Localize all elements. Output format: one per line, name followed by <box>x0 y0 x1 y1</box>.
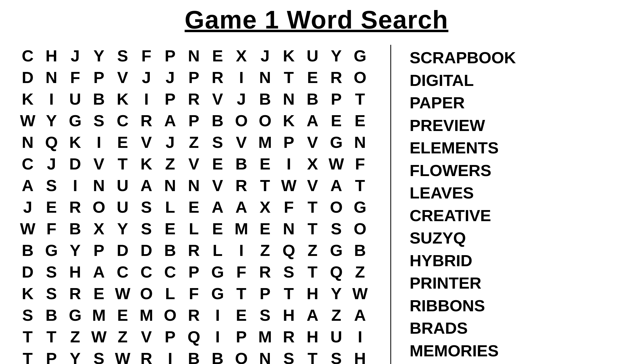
grid-cell: V <box>206 174 229 196</box>
grid-cell: X <box>87 218 111 239</box>
grid-cell: Z <box>182 131 206 153</box>
grid-cell: D <box>16 261 40 283</box>
grid-cell: A <box>135 174 158 196</box>
grid-cell: K <box>135 153 158 174</box>
word-item: RIBBONS <box>410 295 617 316</box>
grid-cell: U <box>111 196 135 218</box>
grid-cell: E <box>111 304 135 326</box>
grid-cell: J <box>253 45 277 66</box>
grid-cell: S <box>40 174 63 196</box>
grid-cell: W <box>277 174 301 196</box>
grid-cell: X <box>229 45 253 66</box>
grid-cell: D <box>16 66 40 88</box>
grid-cell: S <box>135 196 158 218</box>
grid-cell: C <box>111 110 135 131</box>
grid-cell: R <box>253 261 277 283</box>
grid-cell: K <box>277 110 301 131</box>
grid-cell: P <box>158 326 182 347</box>
grid-cell: W <box>111 283 135 304</box>
grid-cell: B <box>348 239 372 261</box>
grid-cell: O <box>87 196 111 218</box>
grid-cell: P <box>182 261 206 283</box>
grid-cell: B <box>63 218 87 239</box>
grid-cell: T <box>348 174 372 196</box>
grid-cell: K <box>16 283 40 304</box>
grid-cell: F <box>40 218 63 239</box>
word-search-grid: CHJYSFPNEXJKUYGDNFPVJJPRINTEROKIUBKIPRVJ… <box>16 45 382 364</box>
grid-cell: G <box>63 304 87 326</box>
grid-cell: K <box>16 88 40 110</box>
grid-cell: Q <box>40 131 63 153</box>
grid-cell: N <box>277 218 301 239</box>
grid-cell: O <box>324 196 348 218</box>
grid-cell: T <box>111 153 135 174</box>
grid-cell: Y <box>87 45 111 66</box>
grid-cell: D <box>135 239 158 261</box>
grid-cell: I <box>135 88 158 110</box>
grid-cell: L <box>158 283 182 304</box>
grid-cell: F <box>348 153 372 174</box>
grid-cell: W <box>87 326 111 347</box>
grid-cell: N <box>277 88 301 110</box>
word-item: BRADS <box>410 318 617 338</box>
grid-cell: S <box>40 283 63 304</box>
grid-cell: Y <box>324 45 348 66</box>
grid-cell: B <box>253 88 277 110</box>
grid-cell: P <box>229 326 253 347</box>
grid-cell: A <box>87 261 111 283</box>
grid-cell: S <box>206 131 229 153</box>
grid-cell: I <box>158 347 182 364</box>
grid-cell: A <box>301 110 324 131</box>
grid-cell: P <box>40 347 63 364</box>
grid-cell: T <box>301 347 324 364</box>
grid-cell: F <box>63 66 87 88</box>
grid-cell: T <box>301 261 324 283</box>
word-item: ELEMENTS <box>410 138 617 158</box>
grid-cell: N <box>182 45 206 66</box>
grid-cell: M <box>253 326 277 347</box>
grid-cell: H <box>301 326 324 347</box>
grid-cell: Y <box>111 218 135 239</box>
grid-cell: S <box>277 347 301 364</box>
grid-table: CHJYSFPNEXJKUYGDNFPVJJPRINTEROKIUBKIPRVJ… <box>16 45 372 364</box>
grid-cell: Z <box>301 239 324 261</box>
grid-cell: P <box>182 110 206 131</box>
grid-cell: V <box>111 66 135 88</box>
grid-cell: W <box>16 110 40 131</box>
grid-cell: P <box>158 88 182 110</box>
grid-cell: Q <box>324 261 348 283</box>
grid-cell: E <box>229 304 253 326</box>
grid-cell: J <box>158 131 182 153</box>
grid-cell: W <box>348 283 372 304</box>
grid-cell: P <box>87 239 111 261</box>
grid-cell: E <box>182 196 206 218</box>
grid-cell: E <box>301 66 324 88</box>
grid-cell: V <box>301 131 324 153</box>
grid-cell: N <box>158 174 182 196</box>
grid-cell: U <box>301 45 324 66</box>
grid-cell: B <box>301 88 324 110</box>
grid-cell: T <box>16 326 40 347</box>
grid-cell: O <box>158 304 182 326</box>
grid-cell: N <box>182 174 206 196</box>
grid-cell: R <box>135 110 158 131</box>
grid-cell: M <box>87 304 111 326</box>
grid-cell: Q <box>182 326 206 347</box>
grid-cell: J <box>158 66 182 88</box>
grid-cell: V <box>301 174 324 196</box>
grid-cell: K <box>63 131 87 153</box>
grid-cell: U <box>63 88 87 110</box>
grid-cell: W <box>111 347 135 364</box>
grid-cell: Z <box>324 304 348 326</box>
grid-cell: T <box>301 218 324 239</box>
grid-cell: O <box>348 218 372 239</box>
word-item: FLOWERS <box>410 160 617 181</box>
grid-cell: R <box>135 347 158 364</box>
grid-cell: I <box>277 153 301 174</box>
grid-cell: S <box>40 261 63 283</box>
grid-cell: E <box>87 283 111 304</box>
grid-cell: J <box>135 66 158 88</box>
grid-cell: N <box>16 131 40 153</box>
grid-cell: O <box>135 283 158 304</box>
grid-cell: A <box>229 196 253 218</box>
